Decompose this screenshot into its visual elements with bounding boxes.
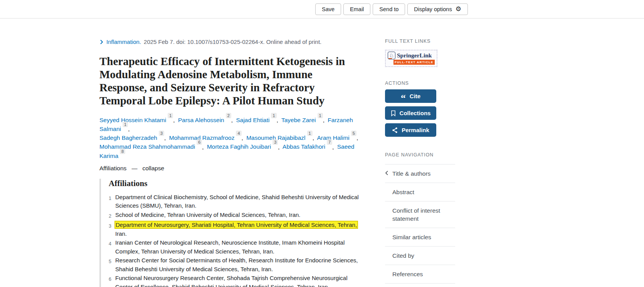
author-separator: , xyxy=(332,144,334,150)
affiliations-toggle-label: Affiliations xyxy=(99,165,126,172)
affiliation-item: 1 Department of Clinical Biochemistry, S… xyxy=(109,193,366,210)
affiliation-text-rest: Iran. xyxy=(115,230,366,238)
permalink-button-label: Permalink xyxy=(402,127,429,133)
affiliation-number: 5 xyxy=(109,256,112,274)
article-main: Inflammation. 2025 Feb 7. doi: 10.1007/s… xyxy=(99,18,366,287)
nav-item-conflict-of-interest[interactable]: Conflict of interest statement xyxy=(385,201,455,228)
citation-meta: 2025 Feb 7. doi: 10.1007/s10753-025-0226… xyxy=(144,39,321,45)
nav-item-label: Abstract xyxy=(392,189,414,195)
affiliation-number: 3 xyxy=(109,221,112,238)
affiliation-superscript: 1 xyxy=(307,131,313,136)
journal-citation: Inflammation. 2025 Feb 7. doi: 10.1007/s… xyxy=(99,39,366,45)
bookmark-icon xyxy=(391,110,396,116)
affiliation-superscript: 3 xyxy=(272,139,278,145)
article-title: Therapeutic Efficacy of Intermittent Ket… xyxy=(99,55,354,107)
author-separator: , xyxy=(278,144,279,150)
affiliation-number: 2 xyxy=(109,211,112,221)
author-list: Seyyed Hossein Khatami1, Parsa Alehossei… xyxy=(99,116,366,160)
affiliation-superscript: 6 xyxy=(197,139,202,145)
affiliation-superscript: 4 xyxy=(236,131,241,136)
actions-label: ACTIONS xyxy=(385,81,455,86)
author-separator: , xyxy=(173,117,175,123)
author-link[interactable]: Morteza Faghih Jouibari xyxy=(207,144,271,150)
nav-item-similar-articles[interactable]: Similar articles xyxy=(385,228,455,246)
author-separator: , xyxy=(323,117,325,123)
author-link[interactable]: Seyyed Hossein Khatami xyxy=(99,117,166,123)
nav-item-title-authors[interactable]: Title & authors xyxy=(385,164,455,183)
author-link[interactable]: Sajad Ehtiati xyxy=(236,117,269,123)
collections-button[interactable]: Collections xyxy=(385,106,436,120)
full-text-article-strip: FULL-TEXT ARTICLE xyxy=(393,60,435,65)
display-options-button[interactable]: Display options ⚙ xyxy=(407,3,468,15)
search-highlight: Department of Neurosurgery, Shariati Hos… xyxy=(115,222,357,228)
gear-icon: ⚙ xyxy=(456,6,461,12)
affiliation-superscript: 5 xyxy=(351,131,356,136)
author-separator: , xyxy=(164,134,166,141)
nav-item-label: References xyxy=(392,271,423,277)
permalink-button[interactable]: Permalink xyxy=(385,123,436,137)
author-separator: , xyxy=(356,134,358,141)
collapse-minus-icon: — xyxy=(131,165,137,171)
author-link[interactable]: Mohammad Reza Shahmohammadi xyxy=(99,144,195,150)
affiliation-number: 6 xyxy=(109,274,112,287)
author-link[interactable]: Tayebe Zarei xyxy=(281,117,316,123)
author-separator: , xyxy=(242,134,243,141)
springerlink-full-text-link[interactable]: ♘ SpringerLink FULL-TEXT ARTICLE xyxy=(385,50,437,67)
affiliation-text: Iranian Center of Neurological Research,… xyxy=(115,238,366,256)
collapse-label: collapse xyxy=(142,165,164,172)
affiliations-list: 1 Department of Clinical Biochemistry, S… xyxy=(109,193,366,287)
affiliation-item: 6 Functional Neurosurgery Research Cente… xyxy=(109,274,366,287)
send-to-button[interactable]: Send to xyxy=(373,3,405,15)
affiliations-heading: Affiliations xyxy=(109,179,366,188)
affiliation-item: 4 Iranian Center of Neurological Researc… xyxy=(109,238,366,256)
page-navigation-section: PAGE NAVIGATION Title & authors Abstract… xyxy=(385,152,455,284)
author-separator: , xyxy=(202,144,203,150)
cite-button[interactable]: “ Cite xyxy=(385,89,436,103)
affiliation-text: Research Center for Social Determinants … xyxy=(115,256,366,274)
page-navigation-label: PAGE NAVIGATION xyxy=(385,152,455,158)
affiliation-text: Functional Neurosurgery Research Center,… xyxy=(115,274,366,287)
save-button[interactable]: Save xyxy=(315,3,341,15)
affiliation-superscript: 8 xyxy=(120,149,125,154)
author-link[interactable]: Aram Halimi xyxy=(317,134,349,141)
author-link[interactable]: Abbas Tafakhori xyxy=(282,144,325,150)
page-navigation-list: Title & authors Abstract Conflict of int… xyxy=(385,164,455,284)
author-line: Sadegh Bagherzadeh3, Mohammad Razmafrooz… xyxy=(99,133,366,142)
affiliation-item: 5 Research Center for Social Determinant… xyxy=(109,256,366,274)
nav-item-cited-by[interactable]: Cited by xyxy=(385,246,455,265)
nav-item-abstract[interactable]: Abstract xyxy=(385,183,455,201)
full-text-links-label: FULL TEXT LINKS xyxy=(385,39,455,44)
nav-item-label: Title & authors xyxy=(392,170,430,177)
cite-button-label: Cite xyxy=(410,93,420,99)
author-link[interactable]: Sadegh Bagherzadeh xyxy=(99,134,157,141)
author-link[interactable]: Parsa Alehossein xyxy=(178,117,224,123)
affiliations-toggle-row: Affiliations — collapse xyxy=(99,165,366,172)
author-separator: , xyxy=(231,117,233,123)
author-separator: , xyxy=(128,126,129,132)
springer-horse-logo-icon: ♘ xyxy=(388,52,395,59)
affiliation-superscript: 1 xyxy=(123,122,128,127)
springerlink-wordmark: SpringerLink xyxy=(397,52,432,59)
affiliation-superscript: 3 xyxy=(159,131,164,136)
affiliation-number: 1 xyxy=(109,193,112,210)
chevron-left-icon xyxy=(385,170,388,176)
affiliation-superscript: 2 xyxy=(226,113,231,118)
affiliations-panel: Affiliations 1 Department of Clinical Bi… xyxy=(99,179,366,287)
nav-item-label: Cited by xyxy=(392,252,414,259)
collections-button-label: Collections xyxy=(400,110,431,116)
author-line: Seyyed Hossein Khatami1, Parsa Alehossei… xyxy=(99,116,366,133)
share-icon xyxy=(392,127,398,133)
actions-section: ACTIONS “ Cite Collections Permalink xyxy=(385,81,455,137)
springerlink-row: ♘ SpringerLink xyxy=(388,52,435,59)
toolbar-button-group: Save Email Send to Display options ⚙ xyxy=(315,3,468,15)
affiliation-text: Department of Neurosurgery, Shariati Hos… xyxy=(115,221,366,238)
nav-item-references[interactable]: References xyxy=(385,265,455,284)
collapse-toggle[interactable]: — collapse xyxy=(131,165,164,172)
email-button[interactable]: Email xyxy=(343,3,370,15)
affiliation-superscript: 7 xyxy=(327,139,332,145)
affiliation-superscript: 1 xyxy=(318,113,323,118)
nav-item-label: Conflict of interest statement xyxy=(392,207,440,222)
journal-link[interactable]: Inflammation. xyxy=(106,39,141,45)
sidebar: FULL TEXT LINKS ♘ SpringerLink FULL-TEXT… xyxy=(385,39,455,284)
nav-item-label: Similar articles xyxy=(392,234,431,240)
